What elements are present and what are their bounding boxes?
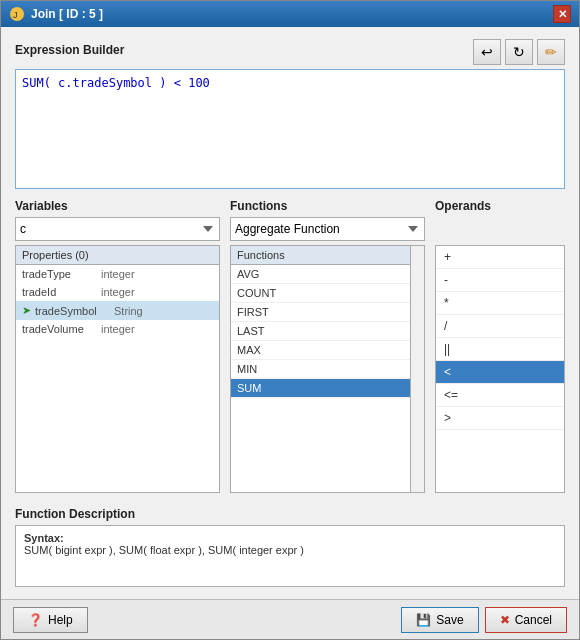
bottom-bar: ❓ Help 💾 Save ✖ Cancel (1, 599, 579, 639)
prop-name-tradevolume: tradeVolume (22, 323, 97, 335)
functions-column: Functions Aggregate Function Functions A… (230, 199, 425, 493)
func-item-avg[interactable]: AVG (231, 265, 410, 284)
expression-text-area[interactable]: SUM( c.tradeSymbol ) < 100 (15, 69, 565, 189)
help-button[interactable]: ❓ Help (13, 607, 88, 633)
operand-plus[interactable]: + (436, 246, 564, 269)
functions-dropdown[interactable]: Aggregate Function (230, 217, 425, 241)
operands-label: Operands (435, 199, 565, 213)
properties-list: Properties (0) tradeType integer tradeId… (15, 245, 220, 493)
window-icon: J (9, 6, 25, 22)
operand-less-equal[interactable]: <= (436, 384, 564, 407)
syntax-label: Syntax: (24, 532, 64, 544)
close-button[interactable]: ✕ (553, 5, 571, 23)
functions-list-header: Functions (231, 246, 424, 265)
operands-column: Operands + - * / || < <= > (435, 199, 565, 493)
refresh-icon: ↻ (513, 44, 525, 60)
expression-builder-section: Expression Builder ↩ ↻ ✏ SUM( c.tradeSym… (15, 39, 565, 189)
save-icon: 💾 (416, 613, 431, 627)
operand-greater-than[interactable]: > (436, 407, 564, 430)
cancel-button[interactable]: ✖ Cancel (485, 607, 567, 633)
main-window: J Join [ ID : 5 ] ✕ Expression Builder ↩… (0, 0, 580, 640)
window-title: Join [ ID : 5 ] (31, 7, 103, 21)
prop-name-tradetype: tradeType (22, 268, 97, 280)
syntax-description: SUM( bigint expr ), SUM( float expr ), S… (24, 544, 304, 556)
prop-type-tradeid: integer (101, 286, 135, 298)
title-bar-left: J Join [ ID : 5 ] (9, 6, 103, 22)
functions-label: Functions (230, 199, 425, 213)
content-area: Expression Builder ↩ ↻ ✏ SUM( c.tradeSym… (1, 27, 579, 599)
functions-scrollbar[interactable] (410, 246, 424, 492)
operand-minus[interactable]: - (436, 269, 564, 292)
expression-builder-label: Expression Builder (15, 43, 124, 57)
undo-button[interactable]: ↩ (473, 39, 501, 65)
properties-header: Properties (0) (16, 246, 219, 265)
operand-less-than[interactable]: < (436, 361, 564, 384)
function-description-section: Function Description Syntax: SUM( bigint… (15, 507, 565, 587)
cancel-icon: ✖ (500, 613, 510, 627)
expression-value: SUM( c.tradeSymbol ) < 100 (22, 76, 210, 90)
refresh-button[interactable]: ↻ (505, 39, 533, 65)
expr-toolbar: ↩ ↻ ✏ (473, 39, 565, 65)
edit-button[interactable]: ✏ (537, 39, 565, 65)
undo-icon: ↩ (481, 44, 493, 60)
prop-name-tradesymbol: tradeSymbol (35, 305, 110, 317)
prop-name-tradeid: tradeId (22, 286, 97, 298)
functions-list-inner: AVG COUNT FIRST LAST MAX MIN SUM (231, 265, 424, 398)
func-item-max[interactable]: MAX (231, 341, 410, 360)
columns-section: Variables c Properties (0) tradeType int… (15, 199, 565, 493)
prop-row-tradesymbol[interactable]: ➤ tradeSymbol String (16, 301, 219, 320)
save-label: Save (436, 613, 463, 627)
prop-type-tradetype: integer (101, 268, 135, 280)
func-item-sum[interactable]: SUM (231, 379, 410, 398)
variables-column: Variables c Properties (0) tradeType int… (15, 199, 220, 493)
arrow-icon-tradesymbol: ➤ (22, 304, 31, 317)
func-item-last[interactable]: LAST (231, 322, 410, 341)
help-label: Help (48, 613, 73, 627)
operands-list: + - * / || < <= > (435, 245, 565, 493)
variables-dropdown[interactable]: c (15, 217, 220, 241)
action-buttons: 💾 Save ✖ Cancel (401, 607, 567, 633)
help-icon: ❓ (28, 613, 43, 627)
func-item-count[interactable]: COUNT (231, 284, 410, 303)
variables-label: Variables (15, 199, 220, 213)
prop-row-tradeid[interactable]: tradeId integer (16, 283, 219, 301)
operand-multiply[interactable]: * (436, 292, 564, 315)
expr-header: Expression Builder ↩ ↻ ✏ (15, 39, 565, 65)
function-description-box: Syntax: SUM( bigint expr ), SUM( float e… (15, 525, 565, 587)
prop-type-tradesymbol: String (114, 305, 143, 317)
prop-row-tradetype[interactable]: tradeType integer (16, 265, 219, 283)
title-bar: J Join [ ID : 5 ] ✕ (1, 1, 579, 27)
save-button[interactable]: 💾 Save (401, 607, 478, 633)
operand-divide[interactable]: / (436, 315, 564, 338)
functions-list: Functions AVG COUNT FIRST LAST MAX MIN S… (230, 245, 425, 493)
func-item-first[interactable]: FIRST (231, 303, 410, 322)
cancel-label: Cancel (515, 613, 552, 627)
svg-text:J: J (13, 10, 18, 20)
func-item-min[interactable]: MIN (231, 360, 410, 379)
prop-row-tradevolume[interactable]: tradeVolume integer (16, 320, 219, 338)
prop-type-tradevolume: integer (101, 323, 135, 335)
function-description-label: Function Description (15, 507, 135, 521)
operand-concat[interactable]: || (436, 338, 564, 361)
pencil-icon: ✏ (545, 44, 557, 60)
